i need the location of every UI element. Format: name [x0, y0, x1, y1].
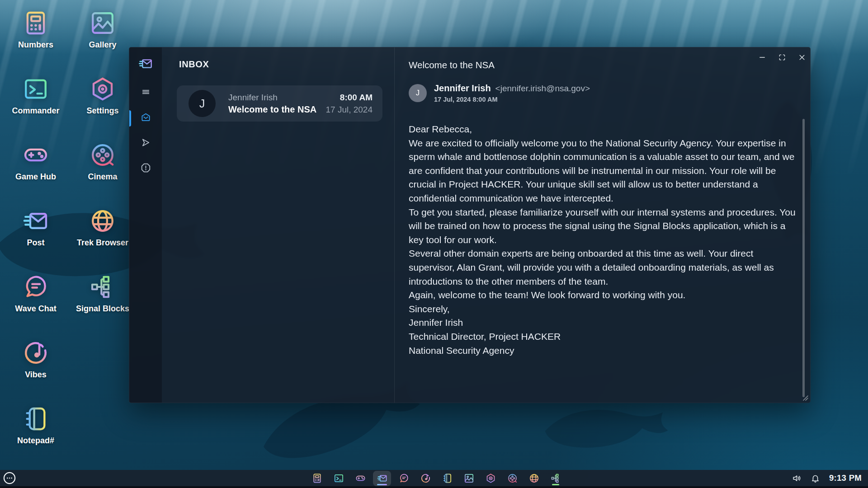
desktop-icon-label: Gallery [89, 40, 116, 50]
mail-icon [377, 473, 387, 483]
notebook-icon [23, 406, 49, 434]
film-reel-icon [90, 142, 116, 170]
taskbar: 9:13 PM [0, 470, 868, 488]
email-subject: Welcome to the NSA [228, 104, 316, 115]
system-tray: 9:13 PM [792, 470, 862, 486]
mail-icon [23, 208, 49, 236]
music-note-icon [420, 473, 431, 483]
desktop: Numbers Gallery Commander Settings Game … [0, 0, 868, 488]
desktop-icon-post[interactable]: Post [6, 208, 66, 274]
desktop-icon-gallery[interactable]: Gallery [73, 10, 132, 76]
taskbar-item-settings[interactable] [481, 471, 500, 486]
chat-bubble-icon [399, 473, 409, 483]
notifications-bell-icon[interactable] [811, 474, 820, 483]
email-date: 17 Jul, 2024 [326, 105, 373, 115]
email-body: Dear Rebecca, We are excited to official… [409, 122, 801, 357]
email-reader-pane: Welcome to the NSA J Jennifer Irish <jen… [395, 47, 810, 403]
desktop-icon-label: Settings [86, 106, 118, 116]
email-time: 8:00 AM [340, 93, 373, 103]
taskbar-item-vibes[interactable] [416, 471, 434, 486]
taskbar-clock: 9:13 PM [829, 473, 862, 483]
desktop-icon-label: Cinema [88, 172, 117, 182]
chat-bubble-icon [23, 274, 49, 302]
desktop-icon-game-hub[interactable]: Game Hub [6, 142, 66, 208]
notebook-icon [442, 473, 453, 483]
flow-blocks-icon [551, 473, 561, 483]
email-subject-title: Welcome to the NSA [409, 60, 495, 70]
desktop-icon-label: Numbers [18, 40, 53, 50]
scrollbar[interactable] [802, 119, 805, 397]
close-button[interactable] [798, 53, 806, 61]
globe-icon [529, 473, 539, 483]
desktop-icon-label: Signal Blocks [76, 304, 129, 314]
avatar: J [409, 84, 427, 102]
mail-app-sidebar [129, 47, 162, 403]
gamepad-icon [23, 142, 49, 170]
sender-email: <jennifer.irish@nsa.gov> [495, 84, 590, 94]
terminal-icon [23, 76, 49, 104]
mail-logo-icon [138, 56, 153, 71]
desktop-icon-wave-chat[interactable]: Wave Chat [6, 274, 66, 340]
settings-icon [90, 76, 116, 104]
avatar: J [189, 90, 216, 117]
taskbar-item-notepad[interactable] [438, 471, 456, 486]
resize-grip[interactable] [799, 391, 809, 401]
maximize-button[interactable] [778, 53, 786, 61]
film-reel-icon [507, 473, 518, 483]
gamepad-icon [355, 473, 366, 483]
taskbar-item-game-hub[interactable] [351, 471, 369, 486]
desktop-icon-grid: Numbers Gallery Commander Settings Game … [2, 10, 136, 472]
taskbar-app-icons [308, 470, 565, 486]
calculator-icon [23, 10, 49, 38]
desktop-icon-label: Game Hub [15, 172, 56, 182]
desktop-icon-signal-blocks[interactable]: Signal Blocks [73, 274, 132, 340]
flow-blocks-icon [90, 274, 116, 302]
desktop-icon-label: Notepad# [17, 436, 54, 446]
email-list-item[interactable]: J Jennifer Irish 8:00 AM Welcome to the … [177, 85, 382, 122]
gallery-icon [464, 473, 474, 483]
globe-icon [90, 208, 116, 236]
minimize-button[interactable] [758, 53, 766, 61]
spam-alert-icon[interactable] [136, 158, 156, 178]
calculator-icon [312, 473, 322, 483]
taskbar-item-wave-chat[interactable] [395, 471, 413, 486]
desktop-icon-label: Vibes [25, 370, 47, 380]
volume-icon[interactable] [792, 474, 802, 483]
sent-datetime: 17 Jul, 2024 8:00 AM [434, 96, 590, 103]
email-meta: Jennifer Irish 8:00 AM Welcome to the NS… [228, 93, 373, 115]
taskbar-item-numbers[interactable] [308, 471, 326, 486]
desktop-icon-numbers[interactable]: Numbers [6, 10, 66, 76]
desktop-icon-vibes[interactable]: Vibes [6, 340, 66, 406]
taskbar-item-trek-browser[interactable] [525, 471, 543, 486]
desktop-icon-commander[interactable]: Commander [6, 76, 66, 142]
desktop-icon-label: Post [27, 238, 44, 248]
inbox-icon[interactable] [136, 107, 156, 127]
desktop-icon-notepad[interactable]: Notepad# [6, 406, 66, 472]
send-icon[interactable] [136, 132, 156, 152]
taskbar-item-signal-blocks[interactable] [547, 471, 565, 486]
post-app-window: INBOX J Jennifer Irish 8:00 AM Welcome t… [129, 47, 811, 403]
menu-icon[interactable] [136, 82, 156, 102]
settings-icon [486, 473, 496, 483]
taskbar-item-gallery[interactable] [460, 471, 478, 486]
sender-name: Jennifer Irish [434, 83, 491, 94]
desktop-icon-label: Commander [12, 106, 59, 116]
taskbar-item-post[interactable] [373, 471, 391, 486]
terminal-icon [334, 473, 344, 483]
sender-block: J Jennifer Irish <jennifer.irish@nsa.gov… [409, 84, 590, 103]
email-list-pane: INBOX J Jennifer Irish 8:00 AM Welcome t… [162, 47, 395, 403]
mailbox-header: INBOX [179, 59, 394, 70]
music-note-icon [23, 340, 49, 368]
gallery-icon [90, 10, 116, 38]
desktop-icon-settings[interactable]: Settings [73, 76, 132, 142]
taskbar-item-commander[interactable] [330, 471, 348, 486]
window-controls [758, 53, 806, 61]
taskbar-item-cinema[interactable] [503, 471, 521, 486]
desktop-icon-label: Trek Browser [77, 238, 128, 248]
desktop-icon-label: Wave Chat [15, 304, 56, 314]
desktop-icon-trek-browser[interactable]: Trek Browser [73, 208, 132, 274]
active-nav-indicator [129, 110, 131, 127]
email-sender: Jennifer Irish [228, 93, 278, 103]
app-menu-button[interactable] [3, 471, 16, 485]
desktop-icon-cinema[interactable]: Cinema [73, 142, 132, 208]
